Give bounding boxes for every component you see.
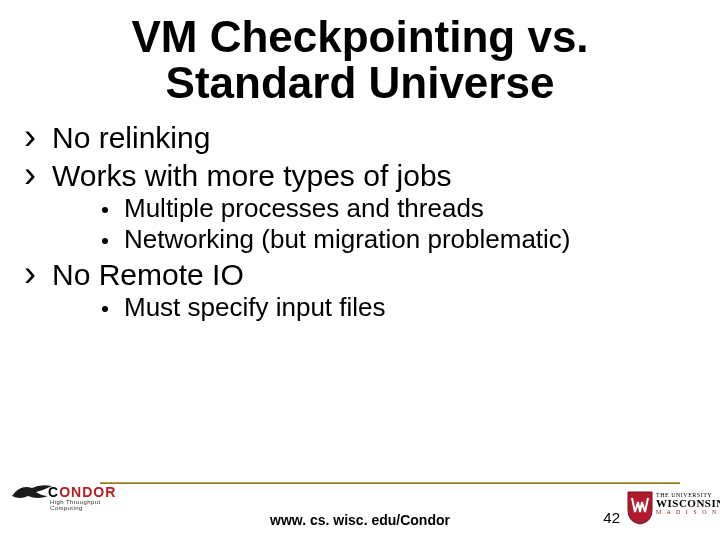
condor-word-c: C: [48, 484, 59, 500]
bullet-text: Works with more types of jobs: [52, 159, 452, 192]
condor-logo: CONDOR High Throughput Computing: [10, 482, 118, 510]
bullet-item: No relinking: [22, 120, 698, 155]
sub-bullet-text: Multiple processes and threads: [124, 193, 484, 223]
slide-title: VM Checkpointing vs. Standard Universe: [0, 0, 720, 110]
condor-word-rest: ONDOR: [59, 484, 116, 500]
bullet-text: No relinking: [52, 121, 210, 154]
footer-rule: [100, 482, 680, 484]
page-number: 42: [603, 509, 620, 526]
bullet-list: No relinking Works with more types of jo…: [22, 120, 698, 322]
uw-line3: M A D I S O N: [656, 509, 720, 515]
bullet-text: No Remote IO: [52, 258, 244, 291]
uw-text: THE UNIVERSITY WISCONSIN M A D I S O N: [656, 492, 720, 515]
sub-bullet-text: Networking (but migration problematic): [124, 224, 571, 254]
slide-footer: CONDOR High Throughput Computing www. cs…: [0, 476, 720, 540]
sub-bullet-list: Multiple processes and threads Networkin…: [52, 193, 698, 254]
sub-bullet-item: Multiple processes and threads: [100, 193, 698, 224]
uw-logo: THE UNIVERSITY WISCONSIN M A D I S O N: [626, 490, 708, 530]
slide-body: No relinking Works with more types of jo…: [0, 110, 720, 322]
uw-line2: WISCONSIN: [656, 497, 720, 509]
condor-tagline: High Throughput Computing: [50, 499, 118, 511]
title-line-1: VM Checkpointing vs.: [131, 12, 588, 61]
sub-bullet-list: Must specify input files: [52, 292, 698, 323]
title-line-2: Standard Universe: [166, 58, 555, 107]
sub-bullet-item: Networking (but migration problematic): [100, 224, 698, 255]
condor-wordmark: CONDOR: [48, 484, 116, 500]
uw-crest-icon: [626, 490, 654, 526]
slide: VM Checkpointing vs. Standard Universe N…: [0, 0, 720, 540]
sub-bullet-text: Must specify input files: [124, 292, 386, 322]
bullet-item: No Remote IO Must specify input files: [22, 257, 698, 323]
sub-bullet-item: Must specify input files: [100, 292, 698, 323]
bullet-item: Works with more types of jobs Multiple p…: [22, 158, 698, 255]
